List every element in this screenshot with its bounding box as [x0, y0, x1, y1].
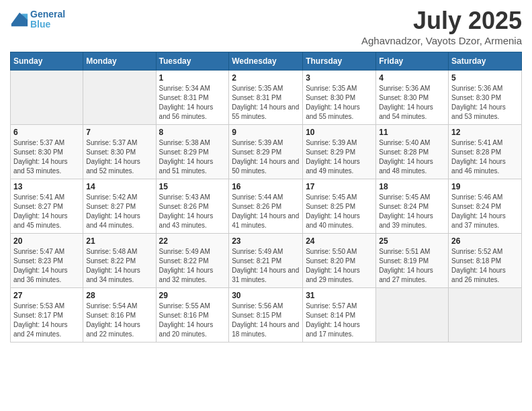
- calendar-cell: 15Sunrise: 5:43 AM Sunset: 8:26 PM Dayli…: [156, 179, 229, 234]
- day-info: Sunrise: 5:37 AM Sunset: 8:30 PM Dayligh…: [86, 138, 152, 176]
- calendar-cell: 20Sunrise: 5:47 AM Sunset: 8:23 PM Dayli…: [11, 234, 83, 288]
- day-info: Sunrise: 5:53 AM Sunset: 8:17 PM Dayligh…: [13, 302, 80, 339]
- calendar-cell: 14Sunrise: 5:42 AM Sunset: 8:27 PM Dayli…: [83, 179, 156, 234]
- day-info: Sunrise: 5:56 AM Sunset: 8:15 PM Dayligh…: [232, 302, 300, 339]
- day-number: 31: [306, 291, 373, 300]
- logo: General Blue: [10, 9, 65, 30]
- calendar-header-row: SundayMondayTuesdayWednesdayThursdayFrid…: [11, 52, 522, 71]
- day-info: Sunrise: 5:43 AM Sunset: 8:26 PM Dayligh…: [159, 193, 226, 230]
- calendar-cell: 28Sunrise: 5:54 AM Sunset: 8:16 PM Dayli…: [83, 288, 156, 342]
- day-info: Sunrise: 5:41 AM Sunset: 8:27 PM Dayligh…: [13, 193, 80, 230]
- calendar-cell: 7Sunrise: 5:37 AM Sunset: 8:30 PM Daylig…: [83, 125, 156, 179]
- day-number: 20: [13, 236, 80, 246]
- calendar-cell: 8Sunrise: 5:38 AM Sunset: 8:29 PM Daylig…: [156, 125, 229, 179]
- calendar-week-row: 20Sunrise: 5:47 AM Sunset: 8:23 PM Dayli…: [11, 234, 522, 288]
- calendar-week-row: 13Sunrise: 5:41 AM Sunset: 8:27 PM Dayli…: [11, 179, 522, 234]
- calendar-cell: 31Sunrise: 5:57 AM Sunset: 8:14 PM Dayli…: [303, 288, 376, 342]
- day-number: 25: [379, 236, 445, 246]
- day-info: Sunrise: 5:39 AM Sunset: 8:29 PM Dayligh…: [232, 138, 300, 176]
- calendar-cell: [376, 288, 449, 342]
- day-number: 9: [232, 128, 300, 137]
- day-header-monday: Monday: [83, 52, 156, 71]
- calendar-cell: 24Sunrise: 5:50 AM Sunset: 8:20 PM Dayli…: [303, 234, 376, 288]
- day-number: 18: [379, 182, 445, 191]
- calendar-week-row: 1Sunrise: 5:34 AM Sunset: 8:31 PM Daylig…: [11, 71, 522, 125]
- day-number: 22: [159, 236, 226, 246]
- day-number: 2: [232, 73, 300, 83]
- day-number: 7: [86, 128, 152, 137]
- day-info: Sunrise: 5:51 AM Sunset: 8:19 PM Dayligh…: [379, 247, 445, 285]
- calendar-cell: 11Sunrise: 5:40 AM Sunset: 8:28 PM Dayli…: [376, 125, 449, 179]
- calendar-cell: 26Sunrise: 5:52 AM Sunset: 8:18 PM Dayli…: [449, 234, 522, 288]
- day-info: Sunrise: 5:42 AM Sunset: 8:27 PM Dayligh…: [86, 193, 152, 230]
- day-info: Sunrise: 5:46 AM Sunset: 8:24 PM Dayligh…: [451, 193, 519, 230]
- page-header: General Blue July 2025 Aghavnadzor, Vayo…: [10, 7, 522, 46]
- day-number: 30: [232, 291, 300, 300]
- calendar-cell: 21Sunrise: 5:48 AM Sunset: 8:22 PM Dayli…: [83, 234, 156, 288]
- calendar-cell: 27Sunrise: 5:53 AM Sunset: 8:17 PM Dayli…: [11, 288, 83, 342]
- day-info: Sunrise: 5:47 AM Sunset: 8:23 PM Dayligh…: [13, 247, 80, 285]
- day-number: 12: [451, 128, 519, 137]
- day-info: Sunrise: 5:38 AM Sunset: 8:29 PM Dayligh…: [159, 138, 226, 176]
- calendar-cell: 2Sunrise: 5:35 AM Sunset: 8:31 PM Daylig…: [229, 71, 303, 125]
- calendar-cell: 10Sunrise: 5:39 AM Sunset: 8:29 PM Dayli…: [303, 125, 376, 179]
- calendar-cell: 5Sunrise: 5:36 AM Sunset: 8:30 PM Daylig…: [449, 71, 522, 125]
- day-info: Sunrise: 5:48 AM Sunset: 8:22 PM Dayligh…: [86, 247, 152, 285]
- calendar-cell: 29Sunrise: 5:55 AM Sunset: 8:16 PM Dayli…: [156, 288, 229, 342]
- day-info: Sunrise: 5:36 AM Sunset: 8:30 PM Dayligh…: [379, 84, 445, 122]
- day-info: Sunrise: 5:45 AM Sunset: 8:25 PM Dayligh…: [306, 193, 373, 230]
- day-number: 27: [13, 291, 80, 300]
- day-info: Sunrise: 5:57 AM Sunset: 8:14 PM Dayligh…: [306, 302, 373, 339]
- main-title: July 2025: [361, 7, 522, 35]
- title-block: July 2025 Aghavnadzor, Vayots Dzor, Arme…: [361, 7, 522, 46]
- calendar-week-row: 6Sunrise: 5:37 AM Sunset: 8:30 PM Daylig…: [11, 125, 522, 179]
- calendar-cell: 12Sunrise: 5:41 AM Sunset: 8:28 PM Dayli…: [449, 125, 522, 179]
- calendar-table: SundayMondayTuesdayWednesdayThursdayFrid…: [10, 52, 522, 342]
- day-info: Sunrise: 5:35 AM Sunset: 8:31 PM Dayligh…: [232, 84, 300, 122]
- day-number: 15: [159, 182, 226, 191]
- day-header-wednesday: Wednesday: [229, 52, 303, 71]
- day-header-tuesday: Tuesday: [156, 52, 229, 71]
- day-header-friday: Friday: [376, 52, 449, 71]
- day-info: Sunrise: 5:40 AM Sunset: 8:28 PM Dayligh…: [379, 138, 445, 176]
- logo-icon: [10, 10, 29, 29]
- day-info: Sunrise: 5:49 AM Sunset: 8:22 PM Dayligh…: [159, 247, 226, 285]
- day-info: Sunrise: 5:35 AM Sunset: 8:30 PM Dayligh…: [306, 84, 373, 122]
- day-number: 24: [306, 236, 373, 246]
- logo-name1: General: [30, 9, 65, 19]
- calendar-cell: [449, 288, 522, 342]
- day-header-saturday: Saturday: [449, 52, 522, 71]
- day-number: 3: [306, 73, 373, 83]
- day-number: 23: [232, 236, 300, 246]
- day-number: 6: [13, 128, 80, 137]
- calendar-week-row: 27Sunrise: 5:53 AM Sunset: 8:17 PM Dayli…: [11, 288, 522, 342]
- day-number: 11: [379, 128, 445, 137]
- day-info: Sunrise: 5:34 AM Sunset: 8:31 PM Dayligh…: [159, 84, 226, 122]
- day-number: 28: [86, 291, 152, 300]
- day-header-thursday: Thursday: [303, 52, 376, 71]
- calendar-cell: 19Sunrise: 5:46 AM Sunset: 8:24 PM Dayli…: [449, 179, 522, 234]
- calendar-cell: 6Sunrise: 5:37 AM Sunset: 8:30 PM Daylig…: [11, 125, 83, 179]
- day-number: 16: [232, 182, 300, 191]
- day-info: Sunrise: 5:36 AM Sunset: 8:30 PM Dayligh…: [451, 84, 519, 122]
- day-info: Sunrise: 5:54 AM Sunset: 8:16 PM Dayligh…: [86, 302, 152, 339]
- day-info: Sunrise: 5:52 AM Sunset: 8:18 PM Dayligh…: [451, 247, 519, 285]
- day-info: Sunrise: 5:44 AM Sunset: 8:26 PM Dayligh…: [232, 193, 300, 230]
- day-info: Sunrise: 5:37 AM Sunset: 8:30 PM Dayligh…: [13, 138, 80, 176]
- day-number: 26: [451, 236, 519, 246]
- subtitle: Aghavnadzor, Vayots Dzor, Armenia: [361, 35, 522, 46]
- day-info: Sunrise: 5:55 AM Sunset: 8:16 PM Dayligh…: [159, 302, 226, 339]
- calendar-cell: 30Sunrise: 5:56 AM Sunset: 8:15 PM Dayli…: [229, 288, 303, 342]
- calendar-cell: 1Sunrise: 5:34 AM Sunset: 8:31 PM Daylig…: [156, 71, 229, 125]
- day-number: 1: [159, 73, 226, 83]
- day-info: Sunrise: 5:45 AM Sunset: 8:24 PM Dayligh…: [379, 193, 445, 230]
- day-number: 19: [451, 182, 519, 191]
- day-number: 8: [159, 128, 226, 137]
- calendar-cell: [83, 71, 156, 125]
- calendar-cell: 16Sunrise: 5:44 AM Sunset: 8:26 PM Dayli…: [229, 179, 303, 234]
- logo-name2: Blue: [30, 19, 65, 30]
- calendar-body: 1Sunrise: 5:34 AM Sunset: 8:31 PM Daylig…: [11, 71, 522, 342]
- calendar-cell: [11, 71, 83, 125]
- day-info: Sunrise: 5:39 AM Sunset: 8:29 PM Dayligh…: [306, 138, 373, 176]
- calendar-cell: 13Sunrise: 5:41 AM Sunset: 8:27 PM Dayli…: [11, 179, 83, 234]
